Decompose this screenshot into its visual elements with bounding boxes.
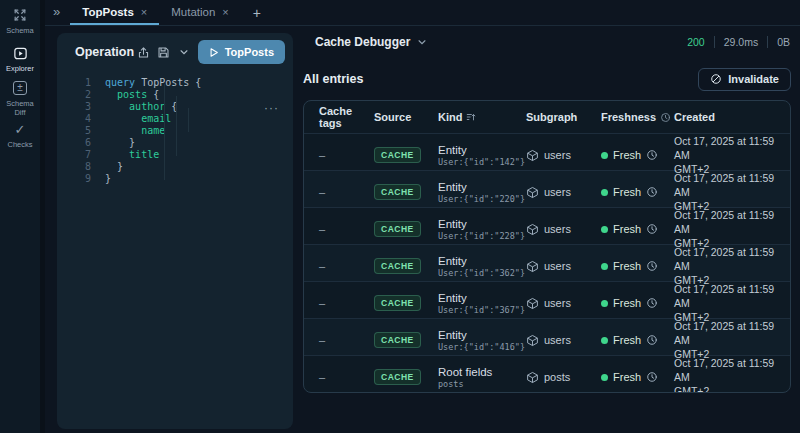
query-editor[interactable]: 1query TopPosts {2 posts {3 author {4 em…	[57, 71, 293, 185]
freshness-cell: Fresh	[601, 371, 674, 383]
cube-icon	[526, 223, 539, 236]
code-line[interactable]: 4 email	[69, 113, 285, 125]
schema-icon	[12, 7, 28, 23]
cube-icon	[526, 371, 539, 384]
cache-table-body: – CACHE Entity User:{"id":"142"} users F…	[304, 133, 790, 392]
fresh-status-dot	[601, 300, 608, 307]
clock-icon	[646, 334, 658, 346]
cache-tags-value: –	[319, 334, 374, 346]
code-line[interactable]: 8 }	[69, 161, 285, 173]
table-row[interactable]: – CACHE Entity User:{"id":"367"} users F…	[304, 281, 790, 318]
run-operation-button[interactable]: TopPosts	[198, 40, 285, 64]
subgraph-cell: users	[526, 297, 601, 310]
sort-icon[interactable]	[466, 112, 476, 122]
kind-cell: Root fields posts	[438, 365, 526, 390]
clock-icon	[646, 186, 658, 198]
share-icon[interactable]	[134, 41, 154, 63]
response-status: 200 29.0ms 0B	[687, 36, 790, 48]
indent-guide	[176, 96, 177, 156]
tab-bar: » TopPosts × Mutation × +	[45, 0, 800, 26]
sidebar-item-schema[interactable]: Schema	[0, 7, 40, 35]
sidebar-item-label: Checks	[7, 140, 32, 149]
panel-title: Operation	[75, 45, 134, 59]
table-header-row: Cache tags Source Kind Subgraph Freshnes…	[304, 101, 790, 133]
source-badge: CACHE	[374, 147, 421, 163]
column-header-created[interactable]: Created	[674, 111, 775, 123]
tab-label: TopPosts	[82, 6, 134, 18]
clock-icon	[646, 297, 658, 309]
clock-icon	[646, 223, 658, 235]
column-header-subgraph[interactable]: Subgraph	[526, 111, 601, 123]
table-row[interactable]: – CACHE Entity User:{"id":"362"} users F…	[304, 244, 790, 281]
table-row[interactable]: – CACHE Entity User:{"id":"142"} users F…	[304, 133, 790, 170]
code-line[interactable]: 9}	[69, 173, 285, 185]
clock-info-icon[interactable]	[660, 112, 671, 123]
code-line[interactable]: 1query TopPosts {	[69, 77, 285, 89]
indent-guide	[164, 84, 165, 180]
close-icon[interactable]: ×	[141, 6, 147, 18]
code-line[interactable]: 5 name	[69, 125, 285, 137]
close-icon[interactable]: ×	[222, 6, 228, 18]
code-line[interactable]: 6 }	[69, 137, 285, 149]
column-header-cache-tags[interactable]: Cache tags	[319, 105, 374, 129]
add-tab-button[interactable]: +	[241, 5, 273, 21]
cache-tags-value: –	[319, 297, 374, 309]
line-number: 1	[69, 77, 91, 89]
kind-cell: Entity User:{"id":"142"}	[438, 143, 526, 168]
tab-topposts[interactable]: TopPosts ×	[70, 0, 159, 25]
save-icon[interactable]	[154, 41, 174, 63]
tab-mutation[interactable]: Mutation ×	[159, 0, 241, 25]
code-line[interactable]: 2 posts {	[69, 89, 285, 101]
cache-tags-value: –	[319, 149, 374, 161]
freshness-cell: Fresh	[601, 223, 674, 235]
sidebar-item-explorer[interactable]: Explorer	[0, 45, 40, 73]
source-badge: CACHE	[374, 369, 421, 385]
code-line[interactable]: 3 author {	[69, 101, 285, 113]
fresh-status-dot	[601, 152, 608, 159]
subgraph-cell: users	[526, 334, 601, 347]
subgraph-cell: users	[526, 149, 601, 162]
cube-icon	[526, 334, 539, 347]
indent-guide	[188, 108, 189, 132]
table-row[interactable]: – CACHE Entity User:{"id":"416"} users F…	[304, 318, 790, 355]
cache-tags-value: –	[319, 186, 374, 198]
column-header-freshness[interactable]: Freshness	[601, 111, 674, 123]
line-number: 2	[69, 89, 91, 101]
play-icon	[209, 47, 219, 58]
checks-icon: ✓	[12, 121, 28, 137]
sidebar-item-schema-diff[interactable]: ± Schema Diff	[0, 80, 40, 118]
chevron-down-icon[interactable]	[174, 41, 194, 63]
fresh-status-dot	[601, 263, 608, 270]
explorer-icon	[12, 45, 28, 61]
cache-debugger-dropdown[interactable]: Cache Debugger	[315, 35, 427, 49]
line-number: 8	[69, 161, 91, 173]
subgraph-cell: users	[526, 260, 601, 273]
created-cell: Oct 17, 2025 at 11:59 AM GMT+2	[674, 356, 775, 393]
collapse-sidebar-icon[interactable]: »	[45, 4, 70, 21]
table-row[interactable]: – CACHE Root fields posts posts Fresh Oc…	[304, 355, 790, 392]
cache-tags-value: –	[319, 260, 374, 272]
kind-cell: Entity User:{"id":"228"}	[438, 217, 526, 242]
cache-entries-table: Cache tags Source Kind Subgraph Freshnes…	[303, 100, 791, 393]
source-badge: CACHE	[374, 295, 421, 311]
source-badge: CACHE	[374, 332, 421, 348]
sidebar-item-checks[interactable]: ✓ Checks	[0, 121, 40, 149]
more-options-icon[interactable]: ···	[264, 103, 279, 113]
freshness-cell: Fresh	[601, 149, 674, 161]
column-header-source[interactable]: Source	[374, 111, 438, 123]
table-row[interactable]: – CACHE Entity User:{"id":"220"} users F…	[304, 170, 790, 207]
panel-divider	[40, 0, 45, 433]
cache-tags-value: –	[319, 371, 374, 383]
chevron-down-icon	[417, 37, 427, 47]
kind-cell: Entity User:{"id":"362"}	[438, 254, 526, 279]
sidebar-item-label: Explorer	[6, 64, 34, 73]
invalidate-button[interactable]: Invalidate	[698, 68, 791, 91]
code-line[interactable]: 7 title	[69, 149, 285, 161]
response-size: 0B	[777, 36, 790, 48]
source-badge: CACHE	[374, 184, 421, 200]
column-header-kind[interactable]: Kind	[438, 111, 526, 123]
status-code: 200	[687, 36, 705, 48]
table-row[interactable]: – CACHE Entity User:{"id":"228"} users F…	[304, 207, 790, 244]
activity-bar: Schema Explorer ± Schema Diff ✓ Checks	[0, 0, 40, 433]
tab-label: Mutation	[171, 6, 215, 18]
